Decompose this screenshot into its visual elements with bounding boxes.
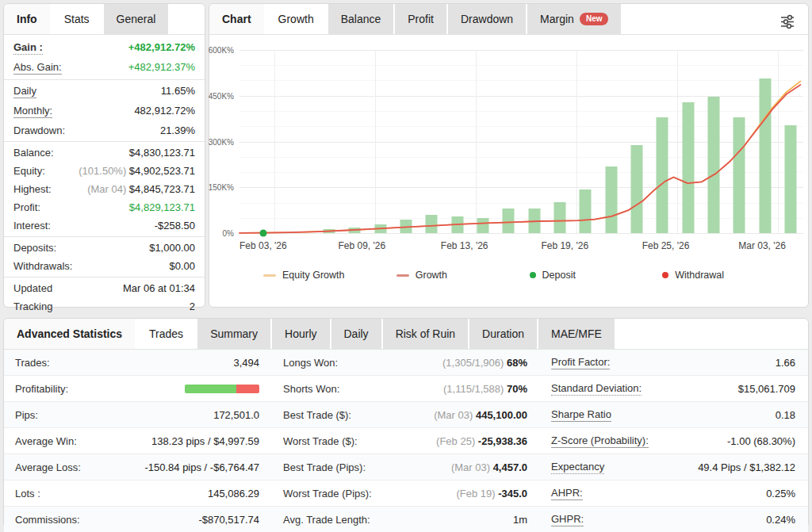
stat-label-worst-trade: Worst Trade ($): — [283, 435, 358, 447]
chart-panel: ChartGrowthBalanceProfitDrawdownMarginNe… — [209, 3, 809, 308]
gridline-horizontal — [239, 233, 803, 234]
adv-tab-risk-of-ruin[interactable]: Risk of Ruin — [383, 319, 468, 349]
chart-tab-drawdown[interactable]: Drawdown — [448, 4, 526, 34]
stat-row-withdrawals: Withdrawals:$0.00 — [4, 257, 205, 275]
stat-label-best-trade-pips: Best Trade (Pips): — [283, 461, 366, 473]
stats-tab-info[interactable]: Info — [4, 4, 50, 34]
stat-label-ghpr[interactable]: GHPR: — [551, 513, 584, 526]
legend-withdrawal[interactable]: Withdrawal — [662, 270, 795, 281]
stat-label-updated: Updated — [13, 282, 52, 294]
legend-growth[interactable]: Growth — [396, 270, 530, 281]
stat-label-z-score-probability[interactable]: Z-Score (Probability): — [551, 434, 649, 448]
stat-label-average-loss: Average Loss: — [15, 461, 81, 473]
stat-label-profit: Profit: — [13, 201, 40, 213]
adv-cell-average-win: Average Win:138.23 pips / $4,997.59 — [4, 428, 272, 454]
adv-tab-trades[interactable]: Trades — [136, 319, 196, 349]
chart-settings-button[interactable] — [776, 10, 799, 35]
tab-label: Trades — [149, 327, 183, 340]
stat-label-abs-gain[interactable]: Abs. Gain: — [13, 61, 62, 75]
stat-value: $15,061.709 — [738, 383, 795, 395]
adv-tab-advanced-statistics[interactable]: Advanced Statistics — [4, 319, 135, 349]
stats-tab-general[interactable]: General — [104, 4, 169, 34]
deposit-marker[interactable] — [259, 230, 266, 237]
tab-label: Risk of Ruin — [396, 327, 455, 340]
chart-tab-chart[interactable]: Chart — [209, 4, 264, 34]
stat-value: (Feb 19) -345.0 — [456, 488, 527, 499]
stat-value: 0.24% — [766, 514, 795, 526]
adv-tab-duration[interactable]: Duration — [469, 319, 537, 349]
stat-value: (Mar 03) 445,100.00 — [434, 409, 527, 421]
chart-tab-growth[interactable]: Growth — [266, 4, 327, 34]
legend-label: Growth — [416, 270, 447, 281]
adv-cell-best-trade: Best Trade ($):(Mar 03) 445,100.00 — [272, 402, 540, 427]
chart-plot-area: 600K%450K%300K%150K%0%Feb 03, '26Feb 09,… — [239, 50, 803, 233]
stat-value: (101.50%) $4,902,523.71 — [79, 165, 195, 177]
adv-tab-daily[interactable]: Daily — [331, 319, 381, 349]
tab-label: Balance — [341, 13, 381, 25]
stat-label-monthly[interactable]: Monthly: — [13, 105, 52, 118]
tab-label: Drawdown — [461, 13, 513, 25]
chart-tab-margin[interactable]: MarginNew — [527, 4, 621, 34]
legend-deposit[interactable]: Deposit — [530, 270, 663, 281]
stats-tab-stats[interactable]: Stats — [52, 4, 102, 34]
stat-label-expectancy[interactable]: Expectancy — [551, 461, 604, 474]
y-axis-tick: 450K% — [209, 91, 234, 100]
stats-group: Daily11.65%Monthly:482,912.72%Drawdown:2… — [4, 80, 205, 142]
adv-cell-standard-deviation: Standard Deviation:$15,061.709 — [540, 376, 808, 401]
stat-value: -150.84 pips / -$6,764.47 — [144, 461, 259, 473]
stat-value: $4,829,123.71 — [129, 201, 195, 213]
stat-value-prefix: (Mar 04) — [87, 183, 129, 195]
legend-equity-growth[interactable]: Equity Growth — [263, 270, 396, 281]
equity-growth-line — [239, 82, 800, 233]
y-axis-tick: 600K% — [209, 46, 234, 55]
stat-row-updated: UpdatedMar 06 at 01:34 — [4, 279, 205, 297]
advanced-stats-table: Trades:3,494Longs Won:(1,305/1,906) 68%P… — [4, 350, 808, 532]
stat-label-profit-factor[interactable]: Profit Factor: — [551, 356, 610, 369]
stats-panel-tabs: InfoStatsGeneral — [4, 4, 205, 35]
tab-label: Hourly — [285, 327, 316, 340]
stats-group: Deposits:$1,000.00Withdrawals:$0.00 — [4, 237, 205, 277]
stat-label-sharpe-ratio[interactable]: Sharpe Ratio — [551, 408, 611, 422]
new-badge: New — [580, 13, 609, 25]
top-row: InfoStatsGeneral Gain :+482,912.72%Abs. … — [3, 3, 809, 308]
stat-label-shorts-won: Shorts Won: — [283, 383, 339, 395]
stat-value: 138.23 pips / $4,997.59 — [151, 435, 259, 447]
stat-label-gain[interactable]: Gain : — [13, 41, 43, 55]
legend-label: Withdrawal — [675, 270, 724, 281]
stat-value: Mar 06 at 01:34 — [123, 282, 195, 294]
table-row: Average Loss:-150.84 pips / -$6,764.47Be… — [4, 454, 808, 480]
stat-label-balance: Balance: — [13, 147, 54, 159]
adv-cell-pips: Pips:172,501.0 — [4, 402, 272, 427]
line-swatch-icon — [396, 274, 409, 277]
stat-value: 3,494 — [233, 357, 259, 369]
adv-tab-hourly[interactable]: Hourly — [272, 319, 329, 349]
chart-tab-profit[interactable]: Profit — [395, 4, 446, 34]
dot-swatch-icon — [530, 272, 536, 278]
stat-value: (Mar 03) 4,457.0 — [451, 461, 527, 473]
adv-cell-commissions: Commissions:-$870,517.74 — [4, 507, 272, 532]
chart-tab-balance[interactable]: Balance — [328, 4, 394, 34]
stat-value: (Mar 04) $4,845,723.71 — [87, 183, 195, 195]
stat-label-standard-deviation[interactable]: Standard Deviation: — [551, 382, 642, 396]
stat-value: (Feb 25) -25,938.36 — [436, 435, 527, 447]
table-row: Profitability:Shorts Won:(1,115/1,588) 7… — [4, 376, 808, 402]
stat-label-ahpr[interactable]: AHPR: — [551, 487, 583, 500]
stat-row-profit: Profit:$4,829,123.71 — [4, 198, 205, 216]
stat-label-highest: Highest: — [13, 183, 52, 195]
adv-tab-summary[interactable]: Summary — [197, 319, 270, 349]
stat-label-withdrawals: Withdrawals: — [13, 260, 72, 272]
adv-cell-trades: Trades:3,494 — [4, 350, 272, 375]
tab-label: MAE/MFE — [551, 327, 602, 340]
adv-cell-best-trade-pips: Best Trade (Pips):(Mar 03) 4,457.0 — [272, 454, 540, 480]
stat-value-prefix: (1,305/1,906) — [442, 357, 507, 369]
adv-tab-mae-mfe[interactable]: MAE/MFE — [538, 319, 615, 349]
y-axis-tick: 0% — [223, 229, 234, 238]
legend-label: Deposit — [542, 270, 576, 281]
adv-cell-worst-trade: Worst Trade ($):(Feb 25) -25,938.36 — [272, 428, 540, 454]
stat-label-daily[interactable]: Daily — [13, 85, 36, 98]
stats-rows: Gain :+482,912.72%Abs. Gain:+482,912.37%… — [4, 35, 205, 317]
adv-cell-sharpe-ratio: Sharpe Ratio0.18 — [540, 402, 808, 427]
stat-value-prefix: (Feb 25) — [436, 435, 478, 447]
stat-value: 2 — [190, 300, 195, 312]
y-axis-tick: 150K% — [209, 183, 234, 192]
